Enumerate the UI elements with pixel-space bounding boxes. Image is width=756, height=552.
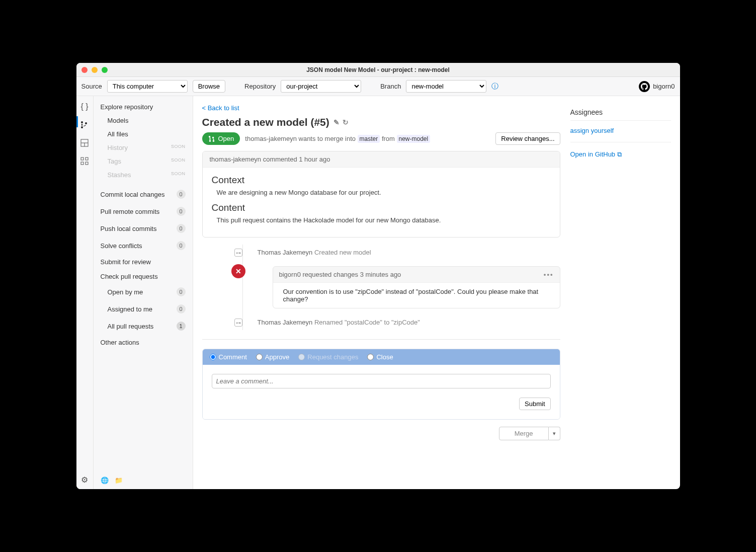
sidebar-allfiles[interactable]: All files bbox=[94, 127, 193, 141]
svg-rect-6 bbox=[86, 162, 88, 165]
username: bigorn0 bbox=[653, 83, 675, 90]
review-comment-box: bigorn0 requested changes 3 minutes ago … bbox=[273, 266, 560, 308]
sidebar-explore[interactable]: Explore repository bbox=[94, 100, 193, 114]
sidebar-pull[interactable]: Pull remote commits0 bbox=[94, 203, 193, 220]
traffic-lights bbox=[81, 67, 108, 73]
commit-event: ⊶ Thomas Jakemeyn Created new model bbox=[242, 245, 560, 260]
sidebar-submit[interactable]: Submit for review bbox=[94, 254, 193, 270]
sidebar-models[interactable]: Models bbox=[94, 114, 193, 127]
context-body: We are designing a new Mongo database fo… bbox=[212, 189, 551, 196]
external-link-icon: ⧉ bbox=[617, 150, 622, 159]
sidebar-footer: 🌐 📁 bbox=[94, 471, 193, 489]
sidebar-openbyme[interactable]: Open by me0 bbox=[94, 283, 193, 300]
submit-button[interactable]: Submit bbox=[519, 398, 550, 410]
allpr-count-badge: 1 bbox=[177, 322, 186, 331]
comment-input[interactable] bbox=[212, 374, 551, 388]
review-body: Our convention is to use "zipCode" inste… bbox=[273, 282, 560, 308]
changes-requested-icon: ✕ bbox=[231, 264, 245, 278]
review-header: bigorn0 requested changes 3 minutes ago bbox=[279, 271, 401, 278]
sidebar-push[interactable]: Push local commits0 bbox=[94, 220, 193, 237]
tab-approve[interactable]: Approve bbox=[256, 353, 289, 361]
braces-icon[interactable]: { } bbox=[80, 102, 89, 111]
pencil-icon[interactable]: ✎ bbox=[333, 118, 340, 126]
respond-box: Comment Approve Request changes Close Su… bbox=[202, 349, 560, 420]
open-status-badge: Open bbox=[202, 132, 240, 145]
left-rail: { } ⚙ bbox=[76, 96, 94, 489]
tab-request-changes[interactable]: Request changes bbox=[298, 353, 358, 361]
review-changes-button[interactable]: Review changes... bbox=[495, 132, 560, 145]
open-in-github-link[interactable]: Open in GitHub ⧉ bbox=[570, 150, 622, 159]
solve-count-badge: 0 bbox=[177, 241, 186, 250]
merge-description: thomas-jakemeyn wants to merge into mast… bbox=[245, 135, 430, 142]
branch-select[interactable]: new-model bbox=[406, 80, 486, 93]
source-label: Source bbox=[81, 83, 102, 90]
back-to-list-link[interactable]: < Back to list bbox=[202, 104, 239, 112]
branch-icon[interactable] bbox=[80, 120, 89, 129]
assign-yourself-link[interactable]: assign yourself bbox=[570, 127, 614, 134]
respond-tabs: Comment Approve Request changes Close bbox=[203, 349, 560, 365]
review-event: ✕ bigorn0 requested changes 3 minutes ag… bbox=[242, 260, 560, 314]
pr-main: < Back to list Created a new model (#5) … bbox=[202, 103, 560, 482]
github-icon bbox=[639, 81, 650, 92]
content-body: This pull request contains the Hackolade… bbox=[212, 216, 551, 224]
app-window: JSON model New Model - our-project : new… bbox=[76, 63, 680, 489]
topbar: Source This computer Browse Repository o… bbox=[76, 77, 680, 96]
pull-count-badge: 0 bbox=[177, 207, 186, 216]
sidebar-check[interactable]: Check pull requests bbox=[94, 270, 193, 283]
sidebar-tags: TagsSOON bbox=[94, 154, 193, 168]
close-window-icon[interactable] bbox=[81, 67, 88, 73]
sidebar-commit[interactable]: Commit local changes0 bbox=[94, 186, 193, 203]
sidebar: Explore repository Models All files Hist… bbox=[94, 96, 193, 489]
window-title: JSON model New Model - our-project : new… bbox=[306, 66, 450, 73]
context-heading: Context bbox=[212, 175, 551, 186]
commit-count-badge: 0 bbox=[177, 190, 186, 199]
commit-event-2: ⊶ Thomas Jakemeyn Renamed "postalCode" t… bbox=[242, 314, 560, 330]
sidebar-allpr[interactable]: All pull requests1 bbox=[94, 318, 193, 335]
commit-icon: ⊶ bbox=[234, 249, 242, 257]
layout-icon[interactable] bbox=[80, 138, 89, 147]
more-options-icon[interactable]: ••• bbox=[544, 271, 554, 278]
svg-rect-4 bbox=[86, 157, 88, 160]
repository-label: Repository bbox=[244, 83, 276, 90]
info-icon[interactable]: ⓘ bbox=[491, 82, 498, 91]
assigned-count-badge: 0 bbox=[177, 304, 186, 313]
sidebar-other[interactable]: Other actions bbox=[94, 335, 193, 350]
pr-title: Created a new model (#5) ✎ ↻ bbox=[202, 116, 560, 128]
maximize-window-icon[interactable] bbox=[102, 67, 108, 73]
gear-icon[interactable]: ⚙ bbox=[80, 475, 89, 484]
push-count-badge: 0 bbox=[177, 224, 186, 233]
branch-label: Branch bbox=[380, 83, 401, 90]
content-heading: Content bbox=[212, 202, 551, 213]
right-pane: Assignees assign yourself Open in GitHub… bbox=[570, 103, 671, 482]
merge-dropdown-button[interactable]: ▾ bbox=[549, 427, 560, 440]
merge-button[interactable]: Merge bbox=[499, 427, 549, 440]
content-area: < Back to list Created a new model (#5) … bbox=[193, 96, 680, 489]
sidebar-history: HistorySOON bbox=[94, 141, 193, 154]
main-row: { } ⚙ Explore repository Models All file… bbox=[76, 96, 680, 489]
sidebar-assigned[interactable]: Assigned to me0 bbox=[94, 300, 193, 318]
browse-button[interactable]: Browse bbox=[193, 80, 225, 93]
folder-icon[interactable]: 📁 bbox=[115, 477, 123, 484]
minimize-window-icon[interactable] bbox=[92, 67, 98, 73]
svg-rect-3 bbox=[81, 157, 83, 160]
user-area[interactable]: bigorn0 bbox=[639, 81, 675, 92]
commit-icon: ⊶ bbox=[234, 319, 242, 327]
source-select[interactable]: This computer bbox=[107, 80, 188, 93]
grid-icon[interactable] bbox=[80, 156, 89, 166]
titlebar: JSON model New Model - our-project : new… bbox=[76, 63, 680, 77]
status-row: Open thomas-jakemeyn wants to merge into… bbox=[202, 132, 560, 145]
merge-row: Merge ▾ bbox=[202, 427, 560, 440]
globe-icon[interactable]: 🌐 bbox=[101, 477, 109, 484]
pr-icon bbox=[208, 135, 215, 142]
sidebar-solve[interactable]: Solve conflicts0 bbox=[94, 237, 193, 254]
pr-description-header: thomas-jakemeyn commented 1 hour ago bbox=[203, 151, 560, 168]
repository-select[interactable]: our-project bbox=[281, 80, 361, 93]
refresh-icon[interactable]: ↻ bbox=[343, 118, 349, 126]
svg-rect-5 bbox=[81, 162, 83, 165]
tab-close[interactable]: Close bbox=[367, 353, 393, 361]
timeline: ⊶ Thomas Jakemeyn Created new model ✕ bi… bbox=[202, 245, 560, 330]
sidebar-stashes: StashesSOON bbox=[94, 168, 193, 182]
pr-description-box: thomas-jakemeyn commented 1 hour ago Con… bbox=[202, 151, 560, 238]
openbyme-count-badge: 0 bbox=[177, 287, 186, 296]
tab-comment[interactable]: Comment bbox=[210, 353, 247, 361]
